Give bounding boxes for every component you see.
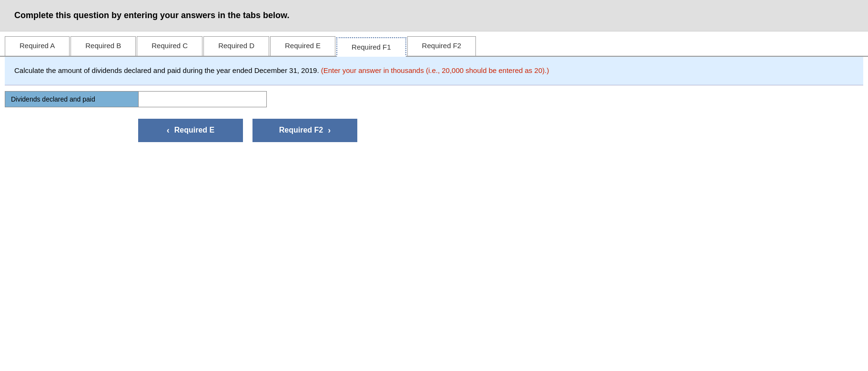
prev-label: Required E <box>174 126 214 134</box>
form-label: Dividends declared and paid <box>5 92 139 107</box>
nav-buttons: ‹ Required E Required F2 › <box>5 119 863 142</box>
content-area: Calculate the amount of dividends declar… <box>5 57 863 85</box>
next-label: Required F2 <box>279 126 323 134</box>
main-content: Calculate the amount of dividends declar… <box>0 57 868 156</box>
prev-button[interactable]: ‹ Required E <box>138 119 243 142</box>
tabs-container: Required A Required B Required C Require… <box>0 31 868 57</box>
form-row: Dividends declared and paid <box>5 91 267 107</box>
tab-required-b[interactable]: Required B <box>71 36 136 56</box>
tab-required-f1[interactable]: Required F1 <box>336 37 406 57</box>
prev-arrow: ‹ <box>167 125 170 135</box>
tab-required-e[interactable]: Required E <box>270 36 335 56</box>
description-main: Calculate the amount of dividends declar… <box>14 66 321 74</box>
next-arrow: › <box>328 125 331 135</box>
dividends-input[interactable] <box>139 92 215 107</box>
tab-required-a[interactable]: Required A <box>5 36 70 56</box>
header-banner: Complete this question by entering your … <box>0 0 868 31</box>
description-highlight: (Enter your answer in thousands (i.e., 2… <box>321 66 549 74</box>
next-button[interactable]: Required F2 › <box>252 119 357 142</box>
page-wrapper: Complete this question by entering your … <box>0 0 868 156</box>
tab-required-f2[interactable]: Required F2 <box>407 36 476 56</box>
tab-required-d[interactable]: Required D <box>203 36 269 56</box>
content-description: Calculate the amount of dividends declar… <box>14 65 854 76</box>
header-instruction: Complete this question by entering your … <box>14 10 854 21</box>
tab-required-c[interactable]: Required C <box>137 36 202 56</box>
